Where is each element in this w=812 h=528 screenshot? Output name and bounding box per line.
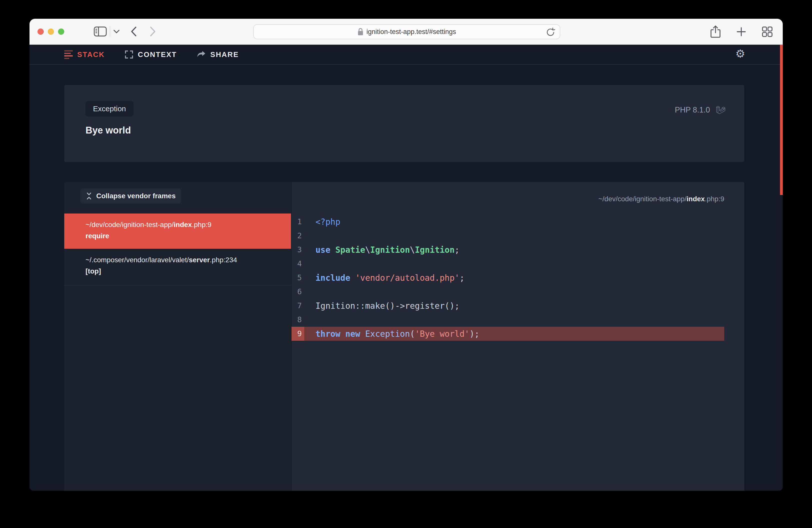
code-line: 2 [291, 229, 724, 243]
stack-frame[interactable]: ~/.composer/vendor/laravel/valet/server.… [64, 249, 291, 285]
share-arrow-icon [197, 50, 206, 59]
lock-icon [358, 28, 363, 36]
reload-icon [546, 27, 555, 37]
tab-share[interactable]: SHARE [197, 50, 239, 59]
code-text: Ignition::make()->register(); [304, 301, 460, 311]
frame-method: [top] [86, 267, 284, 275]
code-text: include 'vendor/autoload.php'; [304, 273, 464, 283]
address-bar[interactable]: ignition-test-app.test/#settings [253, 24, 560, 39]
line-number: 2 [291, 229, 304, 243]
code-line: 3use Spatie\Ignition\Ignition; [291, 243, 724, 257]
line-number: 1 [291, 215, 304, 229]
new-tab-button[interactable] [736, 27, 746, 37]
code-line: 9throw new Exception('Bye world'); [291, 327, 724, 341]
editor-path-suffix: .php:9 [705, 195, 724, 203]
zoom-window-button[interactable] [58, 29, 64, 35]
line-number: 8 [291, 313, 304, 327]
collapse-vendor-frames-label: Collapse vendor frames [96, 192, 175, 200]
tab-context[interactable]: CONTEXT [125, 50, 177, 59]
line-number: 9 [291, 327, 304, 341]
line-number: 3 [291, 243, 304, 257]
code-editor-panel: ~/dev/code/ignition-test-app/index.php:9… [291, 182, 744, 491]
tab-share-label: SHARE [210, 50, 239, 59]
page-scrollbar-thumb[interactable] [780, 45, 783, 195]
exception-card: Exception Bye world PHP 8.1.0 [64, 85, 744, 162]
code-line: 4 [291, 257, 724, 271]
stack-frame[interactable]: ~/dev/code/ignition-test-app/index.php:9… [64, 214, 291, 249]
grid-icon [762, 26, 773, 37]
tab-stack[interactable]: STACK [64, 50, 105, 59]
exception-message: Bye world [86, 125, 131, 136]
page-content: Exception Bye world PHP 8.1.0 [29, 65, 783, 491]
code-line: 6 [291, 285, 724, 299]
line-number: 4 [291, 257, 304, 271]
collapse-vertical-icon [86, 192, 92, 200]
editor-file-path: ~/dev/code/ignition-test-app/index.php:9 [598, 195, 724, 203]
stack-trace-card: Collapse vendor frames ~/dev/code/igniti… [64, 182, 744, 491]
reload-button[interactable] [546, 27, 555, 37]
exception-type-badge: Exception [86, 101, 133, 117]
line-number: 6 [291, 285, 304, 299]
code-line: 7Ignition::make()->register(); [291, 299, 724, 313]
chevron-right-icon [150, 27, 156, 36]
laravel-logo-icon [715, 104, 726, 116]
url-text: ignition-test-app.test/#settings [366, 28, 456, 36]
settings-gear-icon[interactable]: ⚙ [736, 48, 745, 59]
tab-context-label: CONTEXT [138, 50, 177, 59]
chevron-down-icon [113, 29, 120, 33]
frames-panel: Collapse vendor frames ~/dev/code/igniti… [64, 182, 291, 491]
code-line: 1<?php [291, 215, 724, 229]
minimize-window-button[interactable] [48, 29, 54, 35]
sidebar-icon [94, 27, 107, 36]
ignition-navbar: STACK CONTEXT SHARE ⚙ [29, 45, 783, 65]
share-icon [710, 25, 721, 38]
toolbar-divider [110, 26, 110, 37]
php-version: PHP 8.1.0 [675, 105, 710, 115]
code-line: 5include 'vendor/autoload.php'; [291, 271, 724, 285]
code-line: 8 [291, 313, 724, 327]
editor-path-prefix: ~/dev/code/ignition-test-app/ [598, 195, 686, 203]
share-page-button[interactable] [710, 25, 721, 38]
browser-window: ignition-test-app.test/#settings [29, 19, 783, 491]
sidebar-dropdown-button[interactable] [113, 29, 120, 33]
stack-icon [64, 50, 73, 59]
chevron-left-icon [131, 27, 137, 36]
browser-toolbar: ignition-test-app.test/#settings [29, 19, 783, 45]
line-number: 7 [291, 299, 304, 313]
frame-brackets-icon [125, 50, 133, 59]
tab-stack-label: STACK [77, 50, 105, 59]
forward-button[interactable] [150, 27, 156, 36]
line-number: 5 [291, 271, 304, 285]
traffic-lights [38, 29, 64, 35]
frame-method: require [86, 232, 284, 240]
tab-overview-button[interactable] [762, 26, 773, 37]
code-text: <?php [304, 217, 340, 227]
frame-file-path: ~/dev/code/ignition-test-app/index.php:9 [86, 220, 284, 230]
close-window-button[interactable] [38, 29, 44, 35]
frame-file-path: ~/.composer/vendor/laravel/valet/server.… [86, 255, 284, 265]
code-text: throw new Exception('Bye world'); [304, 329, 479, 339]
code-text: use Spatie\Ignition\Ignition; [304, 245, 460, 255]
sidebar-toggle-button[interactable] [94, 27, 107, 36]
back-button[interactable] [131, 27, 137, 36]
collapse-vendor-frames-button[interactable]: Collapse vendor frames [80, 189, 181, 204]
code-lines: 1<?php23use Spatie\Ignition\Ignition;45i… [291, 215, 724, 341]
plus-icon [736, 27, 746, 37]
frames-list: ~/dev/code/ignition-test-app/index.php:9… [64, 214, 291, 285]
editor-path-file: index [686, 195, 705, 203]
